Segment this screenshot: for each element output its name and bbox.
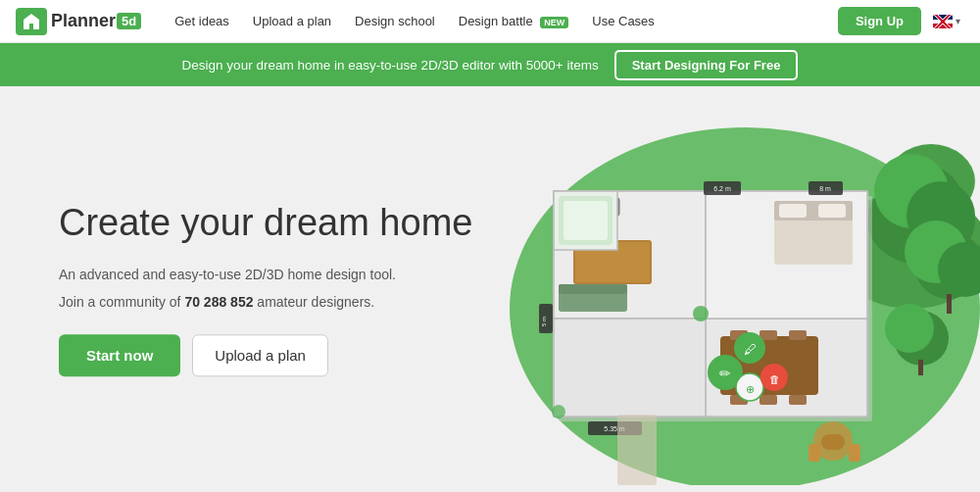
- hero-title: Create your dream home: [59, 201, 472, 246]
- hero-buttons: Start now Upload a plan: [59, 335, 472, 377]
- logo[interactable]: Planner5d: [16, 8, 141, 35]
- svg-text:🖊: 🖊: [744, 342, 757, 357]
- svg-rect-11: [947, 294, 952, 314]
- banner-text: Design your dream home in easy-to-use 2D…: [182, 58, 599, 73]
- language-selector[interactable]: ▾: [929, 11, 964, 32]
- promo-banner: Design your dream home in easy-to-use 2D…: [0, 43, 980, 86]
- hero-subtitle-line2: Join a community of 70 288 852 amateur d…: [59, 291, 472, 313]
- svg-text:✏: ✏: [719, 366, 731, 381]
- nav-item-get-ideas[interactable]: Get ideas: [165, 8, 239, 34]
- svg-point-41: [693, 306, 709, 321]
- logo-text-5d: 5d: [117, 13, 141, 29]
- hero-content: Create your dream home An advanced and e…: [59, 201, 472, 376]
- svg-text:⊕: ⊕: [746, 383, 755, 395]
- svg-rect-28: [789, 330, 807, 340]
- start-designing-button[interactable]: Start Designing For Free: [614, 50, 799, 80]
- svg-text:5 m: 5 m: [541, 317, 547, 326]
- svg-rect-62: [849, 444, 860, 462]
- svg-text:8 m: 8 m: [819, 185, 831, 192]
- chevron-down-icon: ▾: [956, 16, 960, 26]
- svg-rect-60: [821, 434, 845, 450]
- svg-rect-40: [564, 201, 608, 240]
- hero-floorplan-image: 6.2 m 8 m 5 m 5.35 m ✏ 🖊 ⊕ 🗑: [441, 93, 980, 485]
- hero-section: Create your dream home An advanced and e…: [0, 86, 980, 492]
- svg-text:🗑: 🗑: [769, 373, 780, 385]
- nav-item-use-cases[interactable]: Use Cases: [582, 8, 664, 34]
- new-badge: NEW: [540, 17, 568, 28]
- nav-item-design-battle[interactable]: Design battle NEW: [449, 8, 579, 34]
- nav-item-design-school[interactable]: Design school: [345, 8, 445, 34]
- svg-rect-20: [554, 319, 706, 417]
- svg-rect-30: [760, 395, 777, 405]
- nav-item-upload-plan[interactable]: Upload a plan: [243, 8, 341, 34]
- svg-rect-14: [918, 360, 923, 375]
- navbar: Planner5d Get ideas Upload a plan Design…: [0, 0, 980, 43]
- svg-rect-31: [789, 395, 807, 405]
- svg-point-13: [885, 304, 934, 353]
- signup-button[interactable]: Sign Up: [838, 7, 921, 35]
- logo-text-planner: Planner: [51, 11, 116, 31]
- start-now-button[interactable]: Start now: [59, 335, 180, 377]
- svg-rect-61: [808, 444, 820, 462]
- svg-rect-63: [617, 415, 657, 485]
- nav-right: Sign Up ▾: [838, 7, 964, 35]
- svg-text:6.2 m: 6.2 m: [713, 185, 731, 192]
- svg-rect-37: [559, 284, 627, 294]
- svg-rect-34: [779, 204, 807, 218]
- svg-rect-35: [818, 204, 846, 218]
- community-count: 70 288 852: [184, 294, 253, 310]
- nav-links: Get ideas Upload a plan Design school De…: [165, 8, 838, 34]
- logo-icon: [16, 8, 47, 35]
- flag-icon: [933, 15, 953, 28]
- upload-plan-button[interactable]: Upload a plan: [192, 335, 328, 377]
- hero-subtitle-line1: An advanced and easy-to-use 2D/3D home d…: [59, 264, 472, 285]
- svg-point-42: [552, 405, 565, 418]
